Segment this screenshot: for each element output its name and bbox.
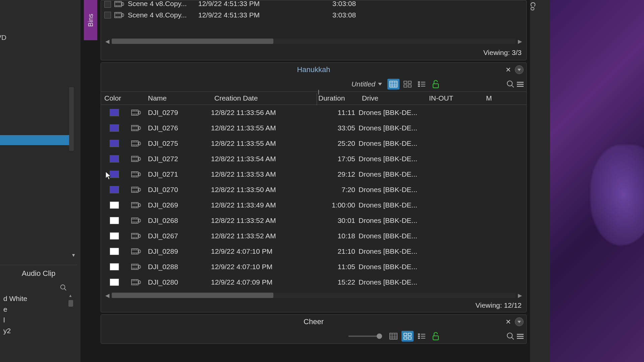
color-cell[interactable] [101,279,128,286]
close-icon[interactable]: ✕ [504,318,512,326]
text-view-button[interactable] [387,331,399,342]
frame-view-icon [404,81,412,87]
color-cell[interactable] [101,232,128,240]
table-row[interactable]: DJI_027212/8/22 11:33:54 AM17:05Drones [… [101,151,526,167]
clip-drive: Drones [BBK-DE... [359,155,426,163]
search-icon[interactable] [506,332,515,341]
column-header-name[interactable]: Name [145,94,211,102]
color-cell[interactable] [101,140,128,147]
slider-knob[interactable] [377,334,382,339]
search-icon[interactable] [60,284,67,291]
scroll-track[interactable] [112,39,516,44]
scroll-up-icon[interactable]: ▲ [68,293,73,298]
hamburger-icon[interactable] [517,82,524,87]
scroll-thumb[interactable] [112,293,273,298]
horizontal-scrollbar[interactable]: ◀ ▶ [104,292,523,299]
left-scrollbar[interactable] [69,87,74,151]
lock-button[interactable] [430,331,442,342]
color-cell[interactable] [101,155,128,163]
color-chip [110,124,119,132]
list-item[interactable]: e [0,304,77,315]
bin-menu-button[interactable] [515,317,524,326]
table-row[interactable]: DJI_027112/8/22 11:33:53 AM29:12Drones [… [101,167,526,182]
lock-button[interactable] [430,79,442,89]
clip-duration: 7:20 [315,186,359,194]
clip-name: DJI_0270 [145,186,211,194]
table-row[interactable]: DJI_026712/8/22 11:33:52 AM10:18Drones [… [101,228,526,244]
table-row[interactable]: DJI_027612/8/22 11:33:55 AM33:05Drones [… [101,120,526,136]
svg-point-0 [61,285,65,289]
column-header-m[interactable]: M [483,94,492,102]
clip-icon [131,140,141,147]
list-item[interactable]: d White [0,293,77,304]
zoom-slider[interactable] [348,336,382,337]
unlock-icon [432,80,439,88]
right-tab-label[interactable]: Co [529,2,537,11]
color-cell[interactable] [101,124,128,132]
chevron-down-icon[interactable]: ▼ [71,252,76,258]
bins-tab[interactable]: Bins [84,0,97,40]
left-selected-item[interactable] [0,135,69,145]
color-cell[interactable] [101,109,128,116]
icon-cell [128,109,145,116]
horizontal-scrollbar[interactable]: ◀ ▶ [104,38,523,45]
clip-duration: 1:00:00 [315,201,359,209]
table-row[interactable]: DJI_028012/9/22 4:07:09 PM15:22Drones [B… [101,275,526,290]
scroll-right-icon[interactable]: ▶ [517,292,523,298]
icon-cell [128,217,145,224]
bin-menu-button[interactable] [515,65,524,74]
clip-name: DJI_0280 [145,278,211,286]
table-row[interactable]: DJI_027912/8/22 11:33:56 AM11:11Drones [… [101,105,526,120]
scroll-left-icon[interactable]: ◀ [104,292,110,298]
column-header-date[interactable]: Creation Date [211,94,315,102]
audio-list-scrollbar[interactable]: ▲ [68,293,73,307]
table-row[interactable]: Scene 4 v8.Copy... 12/9/22 4:51:33 PM 3:… [104,8,523,22]
scroll-thumb[interactable] [112,39,273,44]
script-view-button[interactable] [416,331,428,342]
color-chip [110,217,119,224]
column-header-drive[interactable]: Drive [359,94,426,102]
color-chip [110,232,119,240]
column-header-duration[interactable]: Duration [315,94,359,102]
list-item[interactable]: l [0,315,77,325]
table-row[interactable]: DJI_028812/9/22 4:07:10 PM11:05Drones [B… [101,259,526,275]
top-bin: Scene 4 v8.Copy... 12/9/22 4:51:33 PM 3:… [101,0,527,60]
clip-duration: 33:05 [315,124,359,132]
column-resize-handle[interactable] [318,90,319,95]
scroll-right-icon[interactable]: ▶ [517,38,523,44]
row-checkbox[interactable] [104,12,111,18]
frame-view-button[interactable] [401,79,414,89]
color-cell[interactable] [101,263,128,270]
color-cell[interactable] [101,201,128,209]
scroll-track[interactable] [112,293,516,298]
color-cell[interactable] [101,217,128,224]
color-cell[interactable] [101,186,128,193]
table-row[interactable]: DJI_026812/8/22 11:33:52 AM30:01Drones [… [101,213,526,228]
clip-date: 12/8/22 11:33:52 AM [211,217,315,225]
table-row[interactable]: DJI_027512/8/22 11:33:55 AM25:20Drones [… [101,136,526,151]
scroll-left-icon[interactable]: ◀ [104,38,110,44]
table-row[interactable]: DJI_026912/8/22 11:33:49 AM1:00:00Drones… [101,197,526,213]
table-row[interactable]: DJI_028912/9/22 4:07:10 PM21:10Drones [B… [101,244,526,259]
viewing-count: Viewing: 12/12 [101,299,526,312]
frame-view-button[interactable] [401,331,414,342]
hamburger-icon[interactable] [517,334,524,339]
bin-header: Cheer ✕ [101,315,526,329]
search-icon[interactable] [506,80,515,88]
layout-dropdown[interactable]: Untitled [348,79,385,89]
script-view-button[interactable] [416,79,428,89]
row-checkbox[interactable] [104,1,111,8]
list-item[interactable]: y2 [0,325,77,336]
scroll-thumb[interactable] [68,300,73,307]
clip-icon [114,0,124,8]
table-row[interactable]: Scene 4 v8.Copy... 12/9/22 4:51:33 PM 3:… [104,0,523,8]
svg-point-37 [507,81,512,86]
color-cell[interactable] [101,248,128,255]
clip-icon [131,263,141,270]
column-header-inout[interactable]: IN-OUT [426,94,483,102]
text-view-button[interactable] [387,79,399,89]
close-icon[interactable]: ✕ [504,66,512,74]
column-header-color[interactable]: Color [101,94,128,102]
script-view-icon [418,333,426,340]
table-row[interactable]: DJI_027012/8/22 11:33:50 AM7:20Drones [B… [101,182,526,197]
